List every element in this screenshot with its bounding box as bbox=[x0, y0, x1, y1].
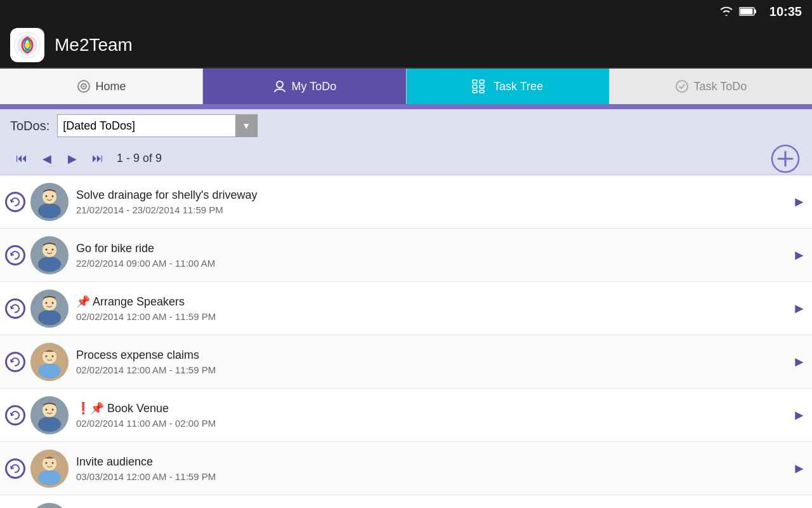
svg-point-47 bbox=[46, 408, 48, 410]
svg-point-55 bbox=[30, 503, 69, 509]
todo-avatar bbox=[30, 450, 69, 488]
todo-chevron-icon[interactable]: ► bbox=[787, 495, 812, 509]
home-tab-icon bbox=[77, 79, 91, 93]
status-icons: 10:35 bbox=[719, 4, 802, 19]
todo-item[interactable]: Process expense claims 02/02/2014 12:00 … bbox=[0, 335, 812, 389]
todo-chevron-icon[interactable]: ► bbox=[787, 335, 812, 389]
last-page-button[interactable]: ⏭ bbox=[86, 147, 109, 170]
tab-my-todo[interactable]: My ToDo bbox=[203, 69, 406, 104]
filter-input[interactable] bbox=[58, 115, 235, 137]
todo-content: Process expense claims 02/02/2014 12:00 … bbox=[76, 349, 787, 375]
svg-point-27 bbox=[38, 257, 61, 272]
filter-row: ToDos: bbox=[0, 109, 812, 142]
todo-item[interactable]: Meet with stakeholders 03/03/2014 03:00 … bbox=[0, 495, 812, 508]
todo-date: 02/02/2014 12:00 AM - 11:59 PM bbox=[76, 364, 787, 375]
todo-content: Invite audience 03/03/2014 12:00 AM - 11… bbox=[76, 455, 787, 482]
first-page-button[interactable]: ⏮ bbox=[10, 147, 33, 170]
circle-check-icon bbox=[5, 458, 25, 479]
todo-checkbox[interactable] bbox=[0, 389, 30, 442]
todo-checkbox[interactable] bbox=[0, 495, 30, 509]
todo-checkbox[interactable] bbox=[0, 335, 30, 389]
todo-item[interactable]: Go for bike ride 22/02/2014 09:00 AM - 1… bbox=[0, 229, 812, 282]
tab-my-todo-label: My ToDo bbox=[292, 80, 337, 93]
svg-point-22 bbox=[43, 190, 56, 204]
pagination-info: 1 - 9 of 9 bbox=[117, 152, 162, 165]
svg-point-24 bbox=[52, 195, 54, 197]
top-bar: Me2Team bbox=[0, 23, 812, 69]
svg-point-42 bbox=[52, 355, 54, 357]
todo-content: Go for bike ride 22/02/2014 09:00 AM - 1… bbox=[76, 242, 787, 269]
svg-point-33 bbox=[38, 310, 61, 325]
todo-title: Go for bike ride bbox=[76, 242, 787, 255]
battery-icon bbox=[739, 6, 757, 17]
tab-task-tree-label: Task Tree bbox=[494, 80, 543, 93]
pagination-row: ⏮ ◀ ▶ ⏭ 1 - 9 of 9 bbox=[0, 142, 812, 175]
tab-task-tree[interactable]: Task Tree bbox=[407, 69, 610, 104]
wifi-icon bbox=[719, 6, 734, 17]
todo-chevron-icon[interactable]: ► bbox=[787, 229, 812, 282]
filter-label: ToDos: bbox=[10, 119, 49, 133]
todo-chevron-icon[interactable]: ► bbox=[787, 175, 812, 229]
svg-point-40 bbox=[43, 350, 56, 364]
todo-avatar bbox=[30, 183, 69, 221]
svg-point-52 bbox=[43, 457, 56, 471]
svg-point-46 bbox=[43, 403, 56, 417]
todo-checkbox[interactable] bbox=[0, 282, 30, 335]
todo-item[interactable]: Solve drainage for shelly's driveway 21/… bbox=[0, 175, 812, 229]
todo-item[interactable]: 📌 Arrange Speakers 02/02/2014 12:00 AM -… bbox=[0, 282, 812, 335]
todo-chevron-icon[interactable]: ► bbox=[787, 442, 812, 495]
tab-home-label: Home bbox=[96, 80, 126, 93]
todo-item[interactable]: Invite audience 03/03/2014 12:00 AM - 11… bbox=[0, 442, 812, 495]
svg-point-51 bbox=[38, 470, 61, 485]
todo-checkbox[interactable] bbox=[0, 229, 30, 282]
svg-point-45 bbox=[38, 417, 61, 432]
refresh-icon bbox=[10, 250, 20, 260]
todo-checkbox[interactable] bbox=[0, 175, 30, 229]
task-tree-tab-icon bbox=[472, 79, 488, 93]
svg-point-4 bbox=[25, 43, 30, 48]
todo-checkbox[interactable] bbox=[0, 442, 30, 495]
svg-point-39 bbox=[38, 363, 61, 378]
svg-rect-2 bbox=[740, 9, 752, 15]
svg-rect-13 bbox=[480, 85, 484, 88]
filter-dropdown-button[interactable] bbox=[235, 115, 257, 137]
todo-avatar bbox=[30, 396, 69, 434]
todo-content: 📌 Arrange Speakers 02/02/2014 12:00 AM -… bbox=[76, 295, 787, 322]
svg-rect-10 bbox=[473, 85, 477, 88]
svg-point-28 bbox=[43, 243, 56, 257]
todo-title: ❗📌 Book Venue bbox=[76, 401, 787, 415]
todo-avatar bbox=[30, 236, 69, 274]
refresh-icon bbox=[10, 410, 20, 420]
todo-title: Process expense claims bbox=[76, 349, 787, 362]
prev-page-button[interactable]: ◀ bbox=[36, 147, 58, 170]
circle-check-icon bbox=[5, 298, 25, 319]
tab-task-todo-label: Task ToDo bbox=[694, 80, 747, 93]
todo-date: 22/02/2014 09:00 AM - 11:00 AM bbox=[76, 258, 787, 269]
svg-point-36 bbox=[52, 302, 54, 304]
tab-home[interactable]: Home bbox=[0, 69, 203, 104]
svg-rect-14 bbox=[480, 90, 484, 93]
todo-item[interactable]: ❗📌 Book Venue 02/02/2014 11:00 AM - 02:0… bbox=[0, 389, 812, 442]
refresh-icon bbox=[10, 304, 20, 314]
svg-point-7 bbox=[82, 86, 84, 88]
circle-check-icon bbox=[5, 192, 25, 212]
tab-task-todo[interactable]: Task ToDo bbox=[610, 69, 812, 104]
todo-chevron-icon[interactable]: ► bbox=[787, 389, 812, 442]
svg-point-41 bbox=[46, 355, 48, 357]
todo-avatar bbox=[30, 343, 69, 381]
next-page-button[interactable]: ▶ bbox=[61, 147, 84, 170]
todo-date: 03/03/2014 12:00 AM - 11:59 PM bbox=[76, 471, 787, 482]
svg-point-35 bbox=[46, 302, 48, 304]
svg-point-15 bbox=[676, 81, 688, 92]
svg-point-21 bbox=[38, 203, 61, 218]
svg-rect-9 bbox=[473, 80, 477, 83]
svg-rect-11 bbox=[473, 90, 477, 93]
tab-bar: Home My ToDo Task Tree Task ToDo bbox=[0, 69, 812, 104]
my-todo-tab-icon bbox=[273, 79, 287, 93]
circle-check-icon bbox=[5, 352, 25, 372]
svg-point-48 bbox=[52, 408, 54, 410]
todo-chevron-icon[interactable]: ► bbox=[787, 282, 812, 335]
refresh-icon bbox=[10, 357, 20, 367]
app-title: Me2Team bbox=[55, 35, 133, 55]
add-todo-button[interactable] bbox=[769, 142, 802, 175]
